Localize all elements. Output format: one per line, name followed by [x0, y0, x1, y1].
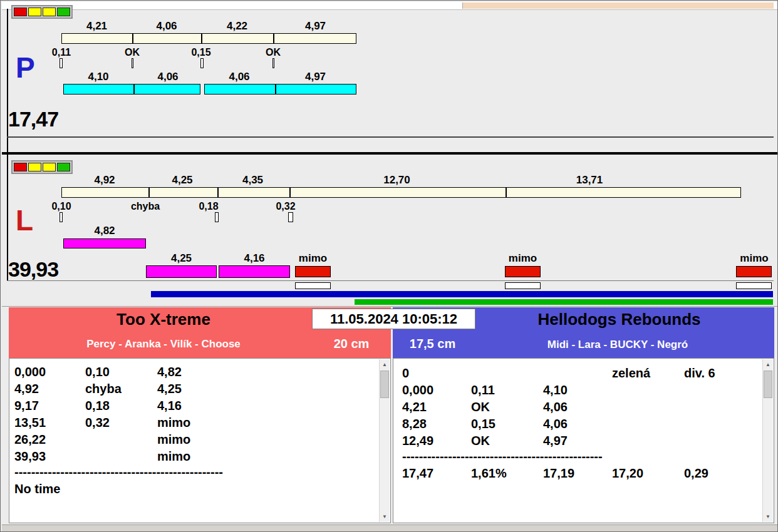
table-cell: 39,93: [14, 449, 46, 464]
lane-p-split-time: 4,06: [132, 20, 201, 33]
start-light-red-icon: [14, 163, 27, 171]
table-row: 0,000 0,10 4,82: [9, 365, 376, 381]
lane-p-pass-bar: [61, 33, 356, 44]
table-row: 9,17 0,18 4,16: [9, 399, 376, 415]
table-cell: mimo: [157, 432, 190, 447]
separator-line: [2, 306, 777, 307]
bottom-status-strip: [2, 524, 777, 532]
scrollbar-thumb[interactable]: [380, 371, 389, 398]
divider-row: ----------------------------------------…: [9, 465, 376, 481]
bar-divider: [133, 84, 135, 95]
table-cell: chyba: [85, 382, 122, 396]
table-cell: OK: [471, 434, 490, 448]
lane-separator-bar: [2, 152, 777, 155]
lane-l-dog-time: 4,16: [219, 252, 290, 265]
app-window: 4,21 4,06 4,22 4,97 0,11 OK 0,15 OK P 4,…: [0, 0, 778, 532]
lane-l-dog-bar-fault: [219, 265, 290, 278]
lane-l-pass-bar: [61, 187, 741, 198]
lanes-frame-edge: [7, 9, 8, 280]
table-row: 12,49 OK 4,97: [393, 434, 760, 450]
table-cell: 0,000: [14, 365, 46, 379]
lane-p-total-time: 17,47: [8, 107, 58, 131]
lane-p-dog-time: 4,06: [133, 71, 202, 83]
start-light-yellow2-icon: [43, 8, 56, 16]
lane-l-split-time: 13,71: [505, 174, 674, 187]
table-cell: mimo: [157, 416, 190, 430]
table-row: 0 zelená div. 6: [393, 366, 760, 382]
bar-divider: [201, 33, 202, 44]
right-result-panel: 0 zelená div. 6 0,000 0,11 4,10 4,21 OK …: [393, 358, 774, 523]
miss-marker-box: [505, 282, 541, 289]
separator-line: [7, 136, 774, 138]
start-light-yellow1-icon: [28, 163, 41, 171]
lane-p-dog-time: 4,97: [274, 71, 356, 83]
divider-row: ----------------------------------------…: [393, 449, 760, 466]
table-row: 0,000 0,11 4,10: [393, 383, 760, 399]
datetime-display: 11.05.2024 10:05:12: [312, 309, 475, 329]
table-cell: 13,51: [14, 416, 46, 430]
scrollbar-thumb[interactable]: [764, 371, 772, 398]
table-cell: 4,25: [157, 382, 182, 396]
right-panel-scrollbar[interactable]: ▲ ▼: [762, 359, 773, 522]
table-row: 26,22 mimo: [9, 432, 376, 449]
lane-l-miss-bar: [736, 266, 772, 277]
result-row: No time: [9, 482, 376, 498]
lane-l-miss-label: mimo: [505, 252, 541, 265]
lane-l-dog-bar-fault: [146, 265, 217, 278]
lane-l-split-time: 4,25: [148, 174, 217, 187]
changeover-tick: [200, 58, 204, 68]
changeover-tick: [60, 58, 63, 68]
lane-p-dog-bar: [204, 84, 356, 95]
table-cell: 0,11: [471, 383, 495, 397]
miss-marker-box: [736, 282, 772, 289]
start-lights-p: [11, 5, 73, 19]
table-cell: 26,22: [14, 432, 46, 447]
scroll-down-icon[interactable]: ▼: [763, 511, 773, 522]
lane-p-letter: P: [16, 53, 35, 82]
lane-l-changeover-mark: 0,32: [272, 201, 299, 212]
table-cell: 4,06: [543, 400, 568, 414]
miss-marker-box: [295, 282, 331, 289]
table-cell: 9,17: [14, 399, 39, 413]
start-light-green-icon: [57, 163, 70, 171]
table-cell: 0,15: [471, 417, 495, 431]
scroll-down-icon[interactable]: ▼: [380, 511, 390, 522]
summary-cell: 17,20: [612, 466, 643, 481]
bar-divider: [273, 33, 274, 44]
start-light-yellow2-icon: [43, 163, 56, 171]
lane-p-changeover-mark: OK: [118, 47, 146, 58]
lane-p-changeover-mark: OK: [259, 47, 287, 58]
summary-cell: 17,19: [543, 466, 574, 481]
bar-divider: [275, 84, 276, 95]
table-cell: OK: [471, 400, 490, 414]
bar-divider: [132, 33, 133, 44]
table-cell: 4,16: [157, 399, 182, 413]
summary-cell: 17,47: [402, 466, 433, 481]
lane-p-dog-time: 4,06: [204, 71, 274, 83]
scroll-up-icon[interactable]: ▲: [763, 359, 773, 370]
summary-row: 17,47 1,61% 17,19 17,20 0,29: [393, 466, 760, 483]
table-cell: 4,21: [402, 400, 427, 414]
lane-p-changeover-mark: 0,11: [48, 47, 75, 58]
bar-divider: [217, 187, 219, 198]
start-light-yellow1-icon: [28, 8, 41, 16]
lane-l-first-dog-time: 4,82: [63, 225, 146, 237]
changeover-tick: [132, 58, 133, 68]
right-team-dogs: Midi - Lara - BUCKY - Negró: [464, 339, 771, 351]
lane-l-miss-bar: [295, 266, 331, 277]
table-row: 4,21 OK 4,06: [393, 400, 760, 416]
title-bar-tan-section: [462, 3, 774, 9]
bar-divider: [289, 187, 291, 198]
summary-cell: 0,29: [684, 466, 708, 481]
left-panel-scrollbar[interactable]: ▲ ▼: [379, 359, 390, 522]
table-cell: 8,28: [402, 417, 427, 431]
lane-l-miss-label: mimo: [736, 252, 772, 265]
lane-l-total-time: 39,93: [8, 257, 58, 282]
scroll-up-icon[interactable]: ▲: [380, 359, 390, 370]
left-team-dogs: Percy - Aranka - Vilík - Choose: [13, 338, 314, 350]
left-result-panel: 0,000 0,10 4,82 4,92 chyba 4,25 9,17 0,1…: [9, 358, 391, 523]
start-light-red-icon: [14, 8, 27, 16]
lane-p-split-time: 4,21: [61, 20, 132, 33]
divider-dashes: ----------------------------------------…: [402, 449, 603, 464]
lane-l-split-time: 4,92: [61, 174, 148, 187]
